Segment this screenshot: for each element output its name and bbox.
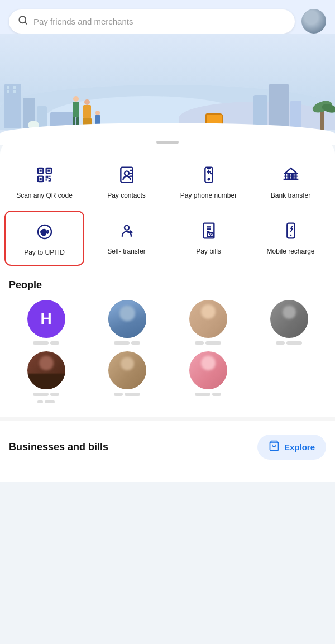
person-avatar xyxy=(270,300,308,338)
person-avatar xyxy=(189,351,227,389)
pay-bills-label: Pay bills xyxy=(196,247,221,256)
self-transfer-label: Self- transfer xyxy=(107,247,146,256)
svg-text:@: @ xyxy=(41,228,46,235)
svg-point-27 xyxy=(290,234,291,236)
pay-phone-button[interactable]: Pay phone number xyxy=(169,155,248,208)
mobile-recharge-icon xyxy=(279,218,303,243)
section-divider xyxy=(0,417,335,421)
businesses-title: Businesses and bills xyxy=(9,441,108,453)
people-grid-row1: H xyxy=(0,295,335,349)
person-item[interactable] xyxy=(252,300,326,345)
person-name xyxy=(195,393,221,396)
person-name xyxy=(114,341,140,345)
person-avatar xyxy=(108,351,146,389)
person-item[interactable] xyxy=(90,300,164,345)
contacts-icon xyxy=(114,163,139,187)
person-item[interactable] xyxy=(171,300,245,345)
svg-point-20 xyxy=(125,225,129,230)
bank-transfer-button[interactable]: Bank transfer xyxy=(251,155,331,208)
explore-label: Explore xyxy=(284,442,315,452)
bank-icon xyxy=(279,163,303,187)
people-grid-row2 xyxy=(0,349,335,412)
pay-bills-button[interactable]: Pay bills xyxy=(169,211,248,266)
upi-icon: @ xyxy=(32,220,57,244)
header: Pay friends and merchants xyxy=(0,0,335,34)
avatar[interactable] xyxy=(302,9,326,34)
person-name xyxy=(33,393,59,396)
person-avatar xyxy=(27,351,65,389)
search-icon xyxy=(18,15,28,28)
svg-point-9 xyxy=(125,171,129,175)
pay-upi-button[interactable]: @ Pay to UPI ID xyxy=(4,211,84,266)
person-name xyxy=(195,341,221,345)
svg-rect-6 xyxy=(47,170,50,172)
person-item[interactable]: H xyxy=(9,300,83,345)
pay-phone-label: Pay phone number xyxy=(180,192,237,201)
self-transfer-icon xyxy=(114,218,139,243)
pay-contacts-label: Pay contacts xyxy=(107,192,146,201)
person-avatar: H xyxy=(27,300,65,338)
scan-qr-button[interactable]: Scan any QR code xyxy=(4,155,84,208)
hero-illustration xyxy=(0,34,335,145)
person-avatar xyxy=(189,300,227,338)
mobile-recharge-button[interactable]: Mobile recharge xyxy=(251,211,331,266)
bills-icon xyxy=(197,218,221,243)
businesses-row: Businesses and bills Explore xyxy=(0,426,335,473)
phone-icon xyxy=(197,163,221,187)
search-bar[interactable]: Pay friends and merchants xyxy=(9,9,295,34)
search-placeholder: Pay friends and merchants xyxy=(34,17,133,26)
pay-upi-label: Pay to UPI ID xyxy=(24,249,65,257)
action-grid: Scan any QR code Pay contacts xyxy=(0,148,335,273)
explore-button[interactable]: Explore xyxy=(257,435,326,460)
svg-line-1 xyxy=(25,22,26,23)
scan-qr-label: Scan any QR code xyxy=(16,192,73,201)
sheet-handle xyxy=(156,141,179,144)
mobile-recharge-label: Mobile recharge xyxy=(266,247,314,256)
bank-transfer-label: Bank transfer xyxy=(271,192,310,201)
person-name xyxy=(33,341,59,345)
shopping-bag-icon xyxy=(269,440,280,454)
person-item[interactable] xyxy=(90,351,164,403)
svg-rect-5 xyxy=(39,170,41,172)
people-section-title: People xyxy=(0,273,335,295)
svg-rect-8 xyxy=(121,168,132,183)
person-avatar xyxy=(108,300,146,338)
svg-point-14 xyxy=(208,179,209,180)
qr-icon xyxy=(32,163,57,187)
svg-rect-7 xyxy=(39,178,41,180)
person-name xyxy=(114,393,140,396)
person-item[interactable] xyxy=(9,351,83,403)
main-card: Scan any QR code Pay contacts xyxy=(0,141,335,482)
person-name xyxy=(276,341,302,345)
person-name-line2 xyxy=(37,400,55,403)
pay-contacts-button[interactable]: Pay contacts xyxy=(87,155,166,208)
self-transfer-button[interactable]: Self- transfer xyxy=(87,211,166,266)
person-item[interactable] xyxy=(171,351,245,403)
